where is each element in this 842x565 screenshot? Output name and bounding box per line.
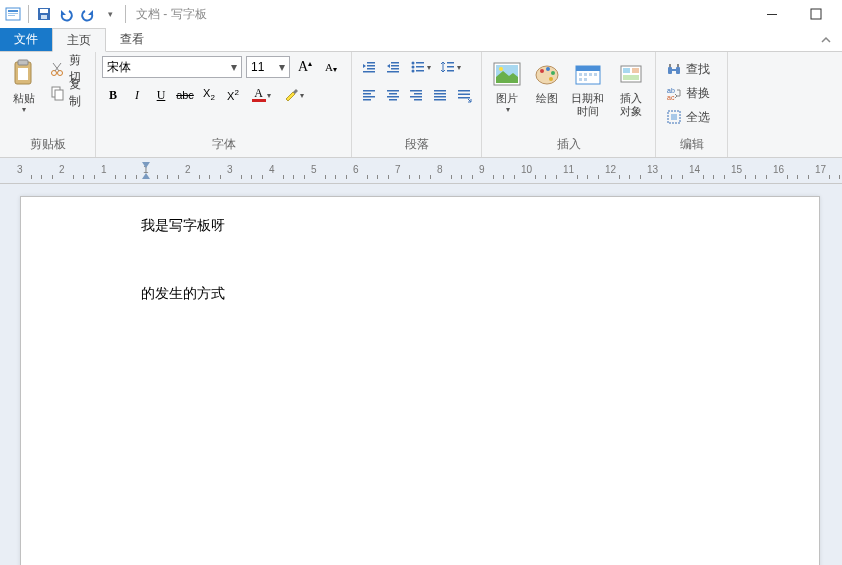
ruler[interactable]: 321123456789101112131415161718 [0,158,842,184]
undo-icon[interactable] [57,5,75,23]
svg-rect-51 [458,90,470,92]
ruler-number: 12 [605,164,616,175]
underline-button[interactable]: U [150,84,172,106]
insert-paint-button[interactable]: 绘图 [531,56,564,134]
group-paragraph: ▾ ▾ 段落 [352,52,482,157]
shrink-font-button[interactable]: A▾ [320,56,342,78]
chevron-down-icon: ▾ [231,60,237,74]
grow-font-button[interactable]: A▴ [294,56,316,78]
group-font-label: 字体 [102,134,345,157]
svg-rect-43 [410,90,422,92]
ruler-number: 8 [437,164,443,175]
ruler-number: 5 [311,164,317,175]
qat-dropdown-icon[interactable]: ▾ [101,5,119,23]
bold-button[interactable]: B [102,84,124,106]
window-title: 文档 - 写字板 [136,6,207,23]
replace-button[interactable]: abac 替换 [662,82,721,104]
minimize-button[interactable] [760,2,784,26]
selectall-button[interactable]: 全选 [662,106,721,128]
document-page[interactable]: 我是写字板呀 的发生的方式 [20,196,820,565]
datetime-label: 日期和 时间 [571,92,604,118]
paragraph-dialog-button[interactable] [453,84,475,106]
tab-home[interactable]: 主页 [52,28,106,52]
font-size-input[interactable] [251,60,273,74]
svg-rect-27 [416,62,424,64]
align-right-button[interactable] [406,84,428,106]
ruler-number: 1 [101,164,107,175]
binoculars-icon [666,61,682,77]
quick-access-toolbar: ▾ [4,5,128,23]
line-spacing-button[interactable]: ▾ [436,56,464,78]
bullets-button[interactable]: ▾ [406,56,434,78]
font-family-combo[interactable]: ▾ [102,56,242,78]
svg-rect-18 [367,62,375,64]
ruler-number: 6 [353,164,359,175]
svg-rect-49 [434,96,446,98]
subscript-button[interactable]: X2 [198,84,220,106]
replace-icon: abac [666,85,682,101]
highlight-button[interactable]: ▾ [278,84,308,106]
italic-button[interactable]: I [126,84,148,106]
document-container[interactable]: 我是写字板呀 的发生的方式 [0,184,842,565]
svg-rect-38 [363,99,371,101]
group-clipboard: 粘贴 ▾ 剪切 复制 剪贴板 [0,52,96,157]
maximize-button[interactable] [804,2,828,26]
text-line[interactable]: 我是写字板呀 [141,217,699,235]
collapse-ribbon-icon[interactable] [810,28,842,51]
insert-picture-button[interactable]: 图片 ▾ [488,56,527,134]
group-editing: 查找 abac 替换 全选 编辑 [656,52,728,157]
svg-point-59 [546,67,550,71]
find-button[interactable]: 查找 [662,58,721,80]
svg-rect-48 [434,93,446,95]
superscript-button[interactable]: X2 [222,84,244,106]
increase-indent-button[interactable] [382,56,404,78]
tab-view[interactable]: 查看 [106,28,158,51]
picture-label: 图片 [496,92,518,105]
font-size-combo[interactable]: ▾ [246,56,290,78]
svg-rect-8 [811,9,821,19]
title-bar: ▾ 文档 - 写字板 [0,0,842,28]
svg-rect-47 [434,90,446,92]
separator [125,5,126,23]
svg-rect-73 [623,75,639,80]
app-icon[interactable] [4,5,22,23]
decrease-indent-button[interactable] [358,56,380,78]
svg-point-12 [52,71,57,76]
svg-rect-23 [391,65,399,67]
svg-rect-24 [391,68,399,70]
text-line[interactable]: 的发生的方式 [141,285,699,303]
chevron-down-icon: ▾ [506,105,510,114]
paste-label: 粘贴 [13,92,35,105]
insert-object-button[interactable]: 插入 对象 [612,56,649,134]
save-icon[interactable] [35,5,53,23]
svg-rect-66 [589,73,592,76]
paste-button[interactable]: 粘贴 ▾ [6,56,41,134]
hanging-indent-marker[interactable] [142,173,150,179]
tabs-row: 文件 主页 查看 [0,28,842,52]
font-family-input[interactable] [107,60,217,74]
svg-rect-65 [584,73,587,76]
svg-rect-39 [387,90,399,92]
first-line-indent-marker[interactable] [142,162,150,168]
svg-rect-7 [767,14,777,15]
svg-rect-32 [447,62,454,64]
insert-datetime-button[interactable]: 日期和 时间 [568,56,608,134]
svg-rect-45 [410,96,422,98]
svg-rect-1 [8,10,18,12]
font-color-button[interactable]: A▾ [246,84,276,106]
redo-icon[interactable] [79,5,97,23]
copy-button[interactable]: 复制 [45,82,89,104]
align-center-button[interactable] [382,84,404,106]
svg-rect-63 [576,66,600,71]
ruler-number: 2 [185,164,191,175]
justify-button[interactable] [429,84,451,106]
align-left-button[interactable] [358,84,380,106]
chevron-down-icon: ▾ [279,60,285,74]
tab-file[interactable]: 文件 [0,28,52,51]
ribbon: 粘贴 ▾ 剪切 复制 剪贴板 ▾ [0,52,842,158]
strikethrough-button[interactable]: abc [174,84,196,106]
ruler-number: 10 [521,164,532,175]
group-editing-label: 编辑 [662,134,721,157]
svg-rect-17 [55,90,63,100]
find-label: 查找 [686,61,710,78]
